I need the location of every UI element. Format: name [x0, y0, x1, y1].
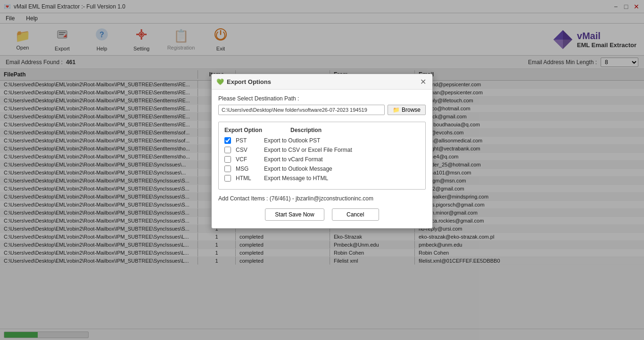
export-option-name-csv: CSV [236, 147, 259, 153]
export-option-vcf[interactable]: VCFExport to vCard Format [224, 156, 420, 163]
export-option-desc-csv: Export to CSV or Excel File Format [264, 147, 352, 153]
export-options-col1: Export Option [224, 127, 262, 133]
browse-label: Browse [402, 107, 421, 113]
export-checkbox-html[interactable] [224, 175, 231, 182]
dest-path-row: 📁 Browse [218, 105, 426, 115]
start-save-button[interactable]: Start Save Now [265, 208, 324, 221]
export-option-desc-vcf: Export to vCard Format [264, 156, 323, 163]
export-option-csv[interactable]: CSVExport to CSV or Excel File Format [224, 147, 420, 153]
export-option-pst[interactable]: PSTExport to Outlook PST [224, 137, 420, 144]
dialog-title-text: Export Options [227, 78, 271, 85]
export-options-list: PSTExport to Outlook PSTCSVExport to CSV… [224, 137, 420, 182]
export-option-desc-html: Export Message to HTML [264, 175, 328, 182]
dialog-actions: Start Save Now Cancel [218, 208, 426, 221]
export-option-html[interactable]: HTMLExport Message to HTML [224, 175, 420, 182]
export-option-desc-msg: Export to Outlook Message [264, 166, 332, 172]
export-checkbox-msg[interactable] [224, 166, 231, 172]
export-dialog: 💚 Export Options ✕ Please Select Destina… [211, 74, 433, 229]
export-checkbox-vcf[interactable] [224, 156, 231, 163]
export-options-box: Export Option Description PSTExport to O… [218, 122, 426, 190]
export-checkbox-csv[interactable] [224, 147, 231, 153]
export-option-name-msg: MSG [236, 166, 259, 172]
export-option-desc-pst: Export to Outlook PST [264, 137, 320, 144]
folder-icon: 📁 [393, 107, 400, 113]
export-options-header: Export Option Description [224, 127, 420, 133]
export-options-col2: Description [290, 127, 322, 133]
export-checkbox-pst[interactable] [224, 137, 231, 144]
browse-button[interactable]: 📁 Browse [388, 105, 426, 115]
dialog-icon: 💚 [216, 78, 224, 85]
dest-path-input[interactable] [218, 105, 385, 115]
dialog-body: Please Select Destination Path : 📁 Brows… [212, 90, 432, 228]
cancel-button[interactable]: Cancel [332, 208, 379, 221]
add-contact-status: Add Contact Items : (76/461) - jbzarlin@… [218, 195, 426, 202]
dialog-titlebar: 💚 Export Options ✕ [212, 74, 432, 90]
dialog-close-button[interactable]: ✕ [418, 77, 428, 86]
export-option-name-html: HTML [236, 175, 259, 182]
dest-path-label: Please Select Destination Path : [218, 95, 426, 102]
export-option-name-pst: PST [236, 137, 259, 144]
modal-overlay: 💚 Export Options ✕ Please Select Destina… [0, 0, 644, 340]
export-option-name-vcf: VCF [236, 156, 259, 163]
export-option-msg[interactable]: MSGExport to Outlook Message [224, 166, 420, 172]
dialog-title: 💚 Export Options [216, 78, 271, 85]
